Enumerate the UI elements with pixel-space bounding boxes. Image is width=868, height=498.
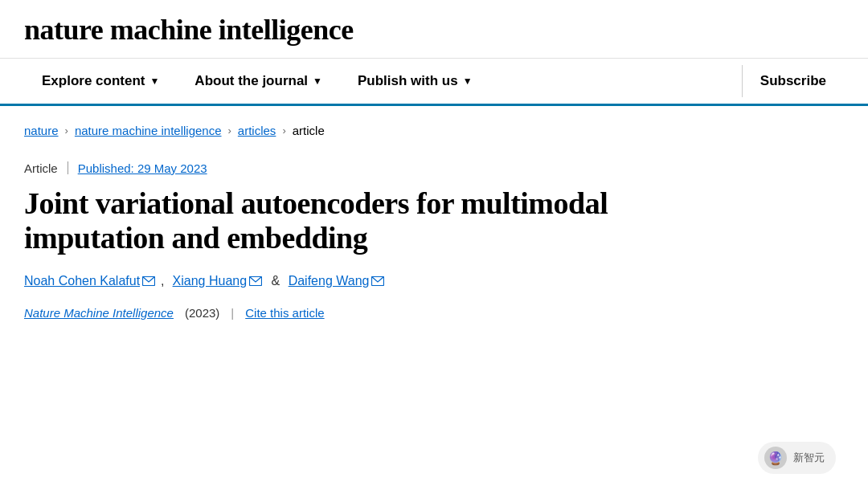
breadcrumb-separator: ›	[228, 124, 231, 137]
article-year: (2023)	[185, 306, 219, 320]
footer-divider: |	[231, 306, 234, 320]
journal-name-link[interactable]: Nature Machine Intelligence	[24, 306, 174, 320]
breadcrumb-journal[interactable]: nature machine intelligence	[75, 124, 222, 137]
breadcrumb-articles[interactable]: articles	[238, 124, 276, 137]
published-date-link[interactable]: Published: 29 May 2023	[78, 161, 207, 175]
author-daifeng[interactable]: Daifeng Wang	[289, 274, 370, 288]
author-daifeng-email-icon[interactable]	[369, 274, 385, 288]
nav-about-journal[interactable]: About the journal ▼	[177, 59, 340, 104]
nav-items: Explore content ▼ About the journal ▼ Pu…	[24, 59, 742, 104]
site-title: nature machine intelligence	[24, 14, 844, 47]
article-meta: Article Published: 29 May 2023	[24, 161, 844, 175]
nav-subscribe[interactable]: Subscribe	[743, 59, 844, 104]
chevron-down-icon: ▼	[313, 76, 322, 87]
watermark-icon: 🔮	[764, 447, 787, 469]
meta-divider	[68, 161, 68, 174]
author-separator: &	[268, 274, 284, 288]
breadcrumb-current: article	[293, 124, 325, 137]
nav-explore-content[interactable]: Explore content ▼	[24, 59, 177, 104]
breadcrumb-section: nature › nature machine intelligence › a…	[0, 106, 868, 145]
article-section: Article Published: 29 May 2023 Joint var…	[0, 145, 868, 336]
cite-this-article-link[interactable]: Cite this article	[245, 306, 324, 320]
chevron-down-icon: ▼	[463, 76, 473, 87]
author-noah[interactable]: Noah Cohen Kalafut	[24, 274, 140, 288]
nav-about-journal-label: About the journal	[194, 73, 308, 89]
breadcrumb: nature › nature machine intelligence › a…	[24, 124, 844, 137]
watermark-label: 新智元	[793, 451, 825, 465]
breadcrumb-separator: ›	[65, 124, 68, 137]
author-separator: ,	[161, 274, 164, 288]
article-type: Article	[24, 161, 58, 175]
nav-publish-with-us[interactable]: Publish with us ▼	[340, 59, 490, 104]
subscribe-label: Subscribe	[760, 73, 826, 89]
author-xiang[interactable]: Xiang Huang	[173, 274, 248, 288]
nav-explore-content-label: Explore content	[42, 73, 145, 89]
article-footer: Nature Machine Intelligence (2023) | Cit…	[24, 306, 844, 320]
chevron-down-icon: ▼	[149, 76, 159, 87]
article-title: Joint variational autoencoders for multi…	[24, 186, 715, 256]
breadcrumb-nature[interactable]: nature	[24, 124, 59, 137]
email-icon	[371, 276, 384, 286]
authors-section: Noah Cohen Kalafut , Xiang Huang & Daife…	[24, 274, 844, 288]
breadcrumb-separator: ›	[282, 124, 285, 137]
author-xiang-email-icon[interactable]	[247, 274, 263, 288]
watermark: 🔮 新智元	[758, 442, 836, 474]
site-header: nature machine intelligence	[0, 0, 868, 59]
email-icon	[142, 276, 155, 286]
author-noah-email-icon[interactable]	[140, 274, 156, 288]
navigation-bar: Explore content ▼ About the journal ▼ Pu…	[0, 59, 868, 106]
email-icon	[249, 276, 262, 286]
nav-publish-label: Publish with us	[358, 73, 458, 89]
